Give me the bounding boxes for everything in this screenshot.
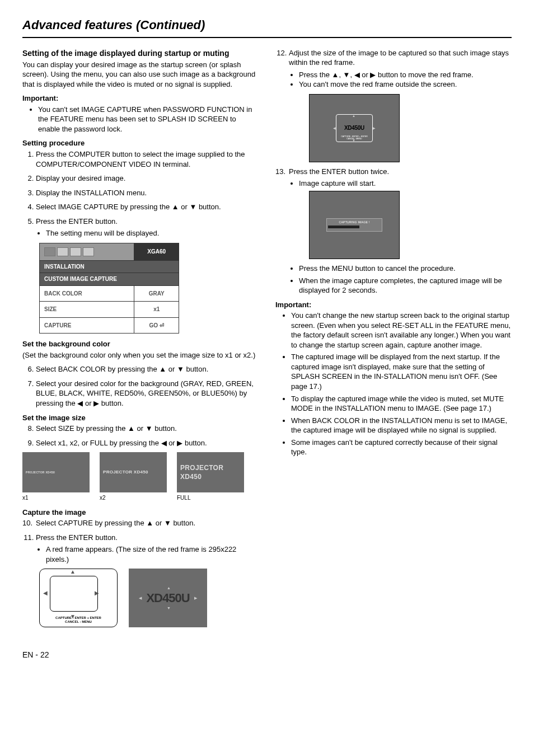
step-12-sub1: Press the ▲, ▼, ◀ or ▶ button to move th… — [299, 70, 512, 80]
red-frame-illustration: ▲ ▼ ◀ ▶ CAPTURE : ENTER + ENTER CANCEL :… — [39, 569, 259, 627]
arrow-left-icon: ◀ — [333, 126, 336, 130]
step-13-row: 13. Press the ENTER button twice. Image … — [275, 167, 512, 189]
thumb-x1-wrap: PROJECTOR XD450 x1 — [22, 452, 90, 502]
step-10-row: 10. Select CAPTURE by pressing the ▲ or … — [22, 518, 259, 528]
red-frame-caption: CAPTURE : ENTER + ENTER CANCEL : MENU — [338, 135, 371, 140]
step-5: Press the ENTER button. The setting menu… — [36, 217, 259, 238]
menu-icon — [44, 247, 55, 256]
thumb-x2-label: x2 — [100, 494, 167, 502]
menu-capture-label: CAPTURE — [40, 317, 134, 334]
arrow-up-icon: ▲ — [70, 568, 76, 576]
step-2: Display your desired image. — [36, 173, 259, 184]
arrow-up-icon: ▲ — [352, 114, 355, 118]
step-13-text: Press the ENTER button twice. — [289, 167, 389, 176]
step-11: Press the ENTER button. A red frame appe… — [36, 533, 259, 565]
capturing-inner: CAPTURING IMAGE ! — [326, 218, 382, 232]
step-4: Select IMAGE CAPTURE by pressing the ▲ o… — [36, 202, 259, 212]
step-3: Display the INSTALLATION menu. — [36, 188, 259, 198]
step-10-text: Select CAPTURE by pressing the ▲ or ▼ bu… — [36, 518, 195, 528]
thumb-full-label: FULL — [177, 494, 244, 502]
thumb-full-wrap: PROJECTOR XD450 FULL — [177, 452, 244, 502]
post-capture-bullets: Press the MENU button to cancel the proc… — [275, 264, 512, 295]
step-13-sub: Image capture will start. — [299, 179, 512, 189]
progress-bar — [328, 226, 359, 228]
post-bullet-2: When the image capture completes, the ca… — [299, 276, 512, 295]
capturing-screen: CAPTURING IMAGE ! — [309, 191, 400, 259]
thumb-x1-label: x1 — [22, 494, 90, 502]
page-title: Advanced features (Continued) — [22, 17, 512, 34]
capture-image-label: Capture the image — [22, 508, 259, 518]
menu-back-color-val: GRAY — [134, 285, 179, 302]
right-column: Adjust the size of the image to be captu… — [275, 48, 512, 633]
red-frame-screen: ▲ ▼ ◀ ▶ XD450U CAPTURE : ENTER + ENTER C… — [309, 94, 400, 162]
step-10-num: 10. — [22, 518, 36, 528]
step-8: Select SIZE by pressing the ▲ or ▼ butto… — [36, 424, 259, 434]
title-rule — [22, 37, 512, 38]
frame-inner — [50, 576, 98, 612]
menu-capture-val: GO ⏎ — [134, 317, 179, 334]
capturing-label: CAPTURING IMAGE ! — [328, 220, 381, 224]
important-label: Important: — [22, 93, 259, 104]
procedure-steps: Press the COMPUTER button to select the … — [22, 149, 259, 238]
intro-text: You can display your desired image as th… — [22, 60, 259, 90]
arrow-right-icon: ▶ — [95, 589, 99, 597]
step-13-num: 13. — [275, 167, 289, 189]
thumb-x2-wrap: PROJECTOR XD450 x2 — [100, 452, 167, 502]
step-12-sub2: You can't move the red frame outside the… — [299, 79, 512, 90]
size-steps: Select SIZE by pressing the ▲ or ▼ butto… — [22, 424, 259, 448]
thumb-x1: PROJECTOR XD450 — [22, 452, 90, 492]
imp-2: The captured image will be displayed fro… — [291, 352, 512, 391]
xd-label: XD450U — [344, 124, 364, 132]
capture-steps: Press the ENTER button. A red frame appe… — [22, 533, 259, 565]
important-list: You can't set IMAGE CAPTURE when PASSWOR… — [22, 105, 259, 134]
arrow-right-icon: ▶ — [194, 595, 197, 600]
page-footer: EN - 22 — [22, 650, 512, 660]
step-5-text: Press the ENTER button. — [36, 217, 118, 226]
step-11-text: Press the ENTER button. — [36, 533, 118, 542]
size-thumbnails: PROJECTOR XD450 x1 PROJECTOR XD450 x2 PR… — [22, 452, 259, 502]
step-9: Select x1, x2, or FULL by pressing the ◀… — [36, 438, 259, 448]
menu-size-val: x1 — [134, 302, 179, 318]
thumb-full: PROJECTOR XD450 — [177, 452, 244, 492]
imp-4: When BACK COLOR in the INSTALLATION menu… — [291, 416, 512, 435]
post-bullet-1: Press the MENU button to cancel the proc… — [299, 264, 512, 274]
menu-custom-capture-row: CUSTOM IMAGE CAPTURE — [40, 273, 179, 286]
step-5-sub: The setting menu will be displayed. — [46, 228, 259, 238]
step-7: Select your desired color for the backgr… — [36, 379, 259, 408]
step-12: Adjust the size of the image to be captu… — [289, 48, 512, 90]
menu-icon — [70, 247, 81, 256]
menu-icon-row — [40, 243, 134, 260]
set-bg-label: Set the background color — [22, 339, 259, 349]
content-columns: Setting of the image displayed during st… — [22, 48, 512, 633]
red-frame: ▲ ▼ ◀ ▶ XD450U CAPTURE : ENTER + ENTER C… — [336, 114, 373, 142]
frame-preview: ▲ ▼ ◀ ▶ XD450U — [129, 569, 207, 627]
frame-outline: ▲ ▼ ◀ ▶ CAPTURE : ENTER + ENTER CANCEL :… — [39, 569, 118, 627]
section-heading: Setting of the image displayed during st… — [22, 48, 259, 59]
arrow-right-icon: ▶ — [373, 126, 376, 130]
arrow-down-icon: ▼ — [167, 605, 171, 611]
menu-resolution: XGA60 — [134, 243, 179, 260]
menu-icon — [57, 247, 68, 256]
step-6: Select BACK COLOR by pressing the ▲ or ▼… — [36, 364, 259, 374]
important-list-right: You can't change the new startup screen … — [275, 311, 512, 457]
set-size-label: Set the image size — [22, 413, 259, 423]
step-12-text: Adjust the size of the image to be captu… — [289, 49, 509, 67]
arrow-up-icon: ▲ — [167, 585, 171, 590]
step-11-sub: A red frame appears. (The size of the re… — [46, 544, 259, 564]
menu-size-label: SIZE — [40, 302, 134, 318]
set-bg-note: (Set the background color only when you … — [22, 350, 259, 360]
arrow-left-icon: ◀ — [43, 589, 48, 597]
menu-back-color-label: BACK COLOR — [40, 285, 134, 302]
installation-menu-table: XGA60 INSTALLATION CUSTOM IMAGE CAPTURE … — [39, 243, 179, 334]
setting-procedure-label: Setting procedure — [22, 138, 259, 148]
imp-3: To display the captured image while the … — [291, 394, 512, 414]
imp-5: Some images can't be captured correctly … — [291, 438, 512, 457]
imp-1: You can't change the new startup screen … — [291, 311, 512, 350]
thumb-x2: PROJECTOR XD450 — [100, 452, 167, 492]
right-steps-12: Adjust the size of the image to be captu… — [275, 48, 512, 90]
menu-installation-row: INSTALLATION — [40, 260, 179, 273]
left-column: Setting of the image displayed during st… — [22, 48, 259, 633]
step-1: Press the COMPUTER button to select the … — [36, 149, 259, 169]
arrow-left-icon: ◀ — [139, 595, 142, 600]
frame-caption: CAPTURE : ENTER + ENTER CANCEL : MENU — [40, 616, 117, 624]
